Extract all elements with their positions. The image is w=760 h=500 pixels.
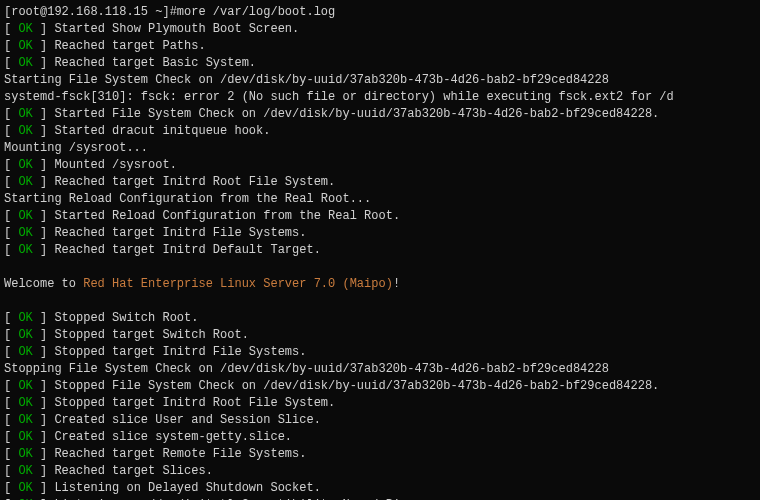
log-message: Reached target Paths.: [54, 39, 205, 53]
log-message: Mounting /sysroot...: [4, 141, 148, 155]
bracket-open: [: [4, 124, 18, 138]
log-line: [ OK ] Reached target Basic System.: [4, 55, 756, 72]
log-message: Stopped File System Check on /dev/disk/b…: [54, 379, 659, 393]
log-message: Reached target Initrd File Systems.: [54, 226, 306, 240]
bracket-close: ]: [33, 311, 55, 325]
log-line: [ OK ] Reached target Slices.: [4, 463, 756, 480]
bracket-open: [: [4, 22, 18, 36]
log-message: Mounted /sysroot.: [54, 158, 176, 172]
log-message: Reached target Initrd Default Target.: [54, 243, 320, 257]
log-line: [ OK ] Stopped Switch Root.: [4, 310, 756, 327]
status-ok: OK: [18, 175, 32, 189]
boot-log-output: [ OK ] Started Show Plymouth Boot Screen…: [4, 21, 756, 500]
log-message: Reached target Basic System.: [54, 56, 256, 70]
status-ok: OK: [18, 39, 32, 53]
status-ok: OK: [18, 430, 32, 444]
status-ok: OK: [18, 22, 32, 36]
log-message: systemd-fsck[310]: fsck: error 2 (No suc…: [4, 90, 674, 104]
log-line: [ OK ] Reached target Initrd Root File S…: [4, 174, 756, 191]
log-line: [ OK ] Created slice User and Session Sl…: [4, 412, 756, 429]
log-message: Started dracut initqueue hook.: [54, 124, 270, 138]
status-ok: OK: [18, 413, 32, 427]
bracket-open: [: [4, 243, 18, 257]
bracket-close: ]: [33, 243, 55, 257]
bracket-close: ]: [33, 328, 55, 342]
bracket-close: ]: [33, 124, 55, 138]
log-line: [ OK ] Created slice system-getty.slice.: [4, 429, 756, 446]
bracket-open: [: [4, 175, 18, 189]
log-message: Listening on Delayed Shutdown Socket.: [54, 481, 320, 495]
log-message: Started Show Plymouth Boot Screen.: [54, 22, 299, 36]
status-ok: OK: [18, 447, 32, 461]
log-line: Stopping File System Check on /dev/disk/…: [4, 361, 756, 378]
bracket-open: [: [4, 209, 18, 223]
status-ok: OK: [18, 243, 32, 257]
status-ok: OK: [18, 379, 32, 393]
bracket-open: [: [4, 396, 18, 410]
bracket-open: [: [4, 430, 18, 444]
log-line: [ OK ] Started Show Plymouth Boot Screen…: [4, 21, 756, 38]
status-ok: OK: [18, 158, 32, 172]
log-line: [ OK ] Stopped target Initrd Root File S…: [4, 395, 756, 412]
bracket-close: ]: [33, 481, 55, 495]
welcome-prefix: Welcome to: [4, 277, 83, 291]
bracket-close: ]: [33, 379, 55, 393]
log-message: Started File System Check on /dev/disk/b…: [54, 107, 659, 121]
welcome-suffix: !: [393, 277, 400, 291]
bracket-open: [: [4, 107, 18, 121]
bracket-close: ]: [33, 39, 55, 53]
log-message: Stopped Switch Root.: [54, 311, 198, 325]
status-ok: OK: [18, 56, 32, 70]
status-ok: OK: [18, 345, 32, 359]
status-ok: OK: [18, 107, 32, 121]
bracket-close: ]: [33, 209, 55, 223]
status-ok: OK: [18, 209, 32, 223]
bracket-open: [: [4, 345, 18, 359]
bracket-close: ]: [33, 107, 55, 121]
status-ok: OK: [18, 328, 32, 342]
bracket-close: ]: [33, 464, 55, 478]
log-line: systemd-fsck[310]: fsck: error 2 (No suc…: [4, 89, 756, 106]
log-message: Starting File System Check on /dev/disk/…: [4, 73, 609, 87]
log-message: Started Reload Configuration from the Re…: [54, 209, 400, 223]
bracket-close: ]: [33, 430, 55, 444]
bracket-close: ]: [33, 158, 55, 172]
log-line: [ OK ] Listening on Delayed Shutdown Soc…: [4, 480, 756, 497]
log-line: [ OK ] Reached target Initrd Default Tar…: [4, 242, 756, 259]
bracket-close: ]: [33, 175, 55, 189]
bracket-open: [: [4, 311, 18, 325]
log-line: [ OK ] Reached target Remote File System…: [4, 446, 756, 463]
log-message: Stopped target Switch Root.: [54, 328, 248, 342]
bracket-open: [: [4, 413, 18, 427]
status-ok: OK: [18, 226, 32, 240]
log-line: [ OK ] Stopped File System Check on /dev…: [4, 378, 756, 395]
bracket-close: ]: [33, 56, 55, 70]
log-message: Stopped target Initrd Root File System.: [54, 396, 335, 410]
bracket-open: [: [4, 464, 18, 478]
status-ok: OK: [18, 396, 32, 410]
bracket-open: [: [4, 379, 18, 393]
bracket-open: [: [4, 226, 18, 240]
os-name: Red Hat Enterprise Linux Server 7.0 (Mai…: [83, 277, 393, 291]
bracket-close: ]: [33, 22, 55, 36]
log-line: [ OK ] Stopped target Switch Root.: [4, 327, 756, 344]
bracket-open: [: [4, 447, 18, 461]
bracket-close: ]: [33, 447, 55, 461]
log-line: [ OK ] Stopped target Initrd File System…: [4, 344, 756, 361]
log-message: Created slice User and Session Slice.: [54, 413, 320, 427]
bracket-close: ]: [33, 413, 55, 427]
status-ok: OK: [18, 124, 32, 138]
bracket-close: ]: [33, 226, 55, 240]
log-line: [ OK ] Mounted /sysroot.: [4, 157, 756, 174]
bracket-open: [: [4, 56, 18, 70]
status-ok: OK: [18, 481, 32, 495]
shell-prompt: [root@192.168.118.15 ~]#more /var/log/bo…: [4, 4, 756, 21]
log-line: [4, 293, 756, 310]
log-line: Starting File System Check on /dev/disk/…: [4, 72, 756, 89]
log-line: [ OK ] Started dracut initqueue hook.: [4, 123, 756, 140]
log-line: [ OK ] Reached target Paths.: [4, 38, 756, 55]
log-message: Stopped target Initrd File Systems.: [54, 345, 306, 359]
log-message: Reached target Remote File Systems.: [54, 447, 306, 461]
bracket-open: [: [4, 328, 18, 342]
log-message: Starting Reload Configuration from the R…: [4, 192, 371, 206]
